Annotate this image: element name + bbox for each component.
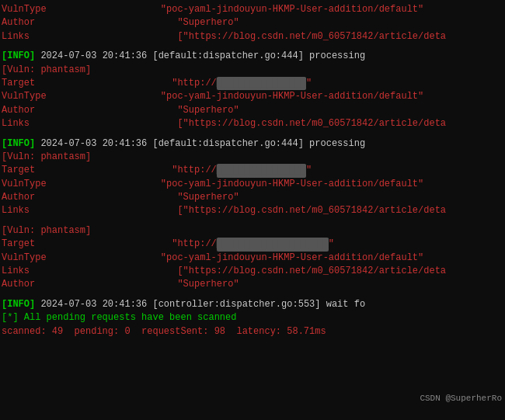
author-line-1: Author "Superhero": [2, 104, 503, 117]
val-author-2: "Superhero": [110, 191, 239, 204]
all-scanned-line: [*] All pending requests have been scann…: [2, 311, 503, 325]
key-links-2: Links: [2, 204, 110, 217]
stats-line: scanned: 49 pending: 0 requestSent: 98 l…: [2, 325, 503, 338]
redacted-3: ████████████████████: [217, 238, 329, 251]
val-vulntype-0: "poc-yaml-jindouyun-HKMP-User-addition/d…: [110, 3, 423, 16]
links-line-1: Links ["https://blog.csdn.net/m0_6057184…: [2, 117, 503, 130]
key-author-2: Author: [2, 191, 110, 204]
key-author-3: Author: [2, 278, 110, 291]
links-line-0: Links ["https://blog.csdn.net/m0_6057184…: [2, 30, 503, 43]
vuln-tag-2: [Vuln: phantasm]: [2, 151, 91, 164]
key-vulntype-1: VulnType: [2, 90, 110, 103]
vulntype-line-2: VulnType "poc-yaml-jindouyun-HKMP-User-a…: [2, 178, 503, 191]
key-vulntype-3: VulnType: [2, 252, 110, 265]
val-links-3: ["https://blog.csdn.net/m0_60571842/arti…: [110, 265, 446, 278]
val-target-2: "http://████████████████": [110, 164, 312, 177]
info-text-2: 2024-07-03 20:41:36 [default:dispatcher.…: [35, 137, 365, 151]
author-line-0: Author "Superhero": [2, 16, 503, 30]
key-target-3: Target: [2, 238, 110, 251]
vuln-tag-3: [Vuln: phantasm]: [2, 224, 91, 238]
redacted-2: ████████████████: [217, 164, 306, 177]
watermark: CSDN @SuperherRo: [420, 394, 502, 403]
vulntype-line-0: VulnType "poc-yaml-jindouyun-HKMP-User-a…: [2, 3, 503, 16]
info-text-1: 2024-07-03 20:41:36 [default:dispatcher.…: [35, 50, 365, 63]
key-links-3: Links: [2, 265, 110, 278]
val-author-3: "Superhero": [110, 278, 239, 291]
info-tag-1: [INFO]: [2, 50, 35, 63]
info-line-final: [INFO] 2024-07-03 20:41:36 [controller:d…: [2, 298, 503, 311]
val-links-1: ["https://blog.csdn.net/m0_60571842/arti…: [110, 117, 446, 130]
stats-text: scanned: 49 pending: 0 requestSent: 98 l…: [2, 325, 326, 338]
val-vulntype-3: "poc-yaml-jindouyun-HKMP-User-addition/d…: [110, 252, 423, 265]
key-author-1: Author: [2, 104, 110, 117]
val-author-0: "Superhero": [110, 16, 239, 30]
links-line-3: Links ["https://blog.csdn.net/m0_6057184…: [2, 265, 503, 278]
target-line-3: Target "http://████████████████████": [2, 238, 503, 251]
vuln-tag-1: [Vuln: phantasm]: [2, 64, 91, 77]
vuln-tag-line-3: [Vuln: phantasm]: [2, 224, 503, 238]
vuln-tag-line-1: [Vuln: phantasm]: [2, 64, 503, 77]
terminal: VulnType "poc-yaml-jindouyun-HKMP-User-a…: [0, 0, 505, 420]
key-links-0: Links: [2, 30, 110, 43]
val-links-2: ["https://blog.csdn.net/m0_60571842/arti…: [110, 204, 446, 217]
author-line-2: Author "Superhero": [2, 191, 503, 204]
all-scanned-text: [*] All pending requests have been scann…: [2, 311, 236, 325]
val-target-1: "http://████████████████": [110, 77, 312, 90]
vuln-tag-line-2: [Vuln: phantasm]: [2, 151, 503, 164]
val-vulntype-1: "poc-yaml-jindouyun-HKMP-User-addition/d…: [110, 90, 423, 103]
key-vulntype-2: VulnType: [2, 178, 110, 191]
key-target-1: Target: [2, 77, 110, 90]
key-target-2: Target: [2, 164, 110, 177]
info-line-2: [INFO] 2024-07-03 20:41:36 [default:disp…: [2, 137, 503, 151]
vulntype-line-1: VulnType "poc-yaml-jindouyun-HKMP-User-a…: [2, 90, 503, 103]
val-target-3: "http://████████████████████": [110, 238, 334, 251]
author-line-3: Author "Superhero": [2, 278, 503, 291]
val-links-0: ["https://blog.csdn.net/m0_60571842/arti…: [110, 30, 446, 43]
key-links-1: Links: [2, 117, 110, 130]
val-author-1: "Superhero": [110, 104, 239, 117]
redacted-1: ████████████████: [217, 77, 306, 90]
key-author-0: Author: [2, 16, 110, 30]
vulntype-line-3: VulnType "poc-yaml-jindouyun-HKMP-User-a…: [2, 252, 503, 265]
info-text-final: 2024-07-03 20:41:36 [controller:dispatch…: [35, 298, 365, 311]
target-line-1: Target "http://████████████████": [2, 77, 503, 90]
info-line-1: [INFO] 2024-07-03 20:41:36 [default:disp…: [2, 50, 503, 63]
key-vulntype-0: VulnType: [2, 3, 110, 16]
links-line-2: Links ["https://blog.csdn.net/m0_6057184…: [2, 204, 503, 217]
target-line-2: Target "http://████████████████": [2, 164, 503, 177]
info-tag-2: [INFO]: [2, 137, 35, 151]
val-vulntype-2: "poc-yaml-jindouyun-HKMP-User-addition/d…: [110, 178, 423, 191]
info-tag-final: [INFO]: [2, 298, 35, 311]
